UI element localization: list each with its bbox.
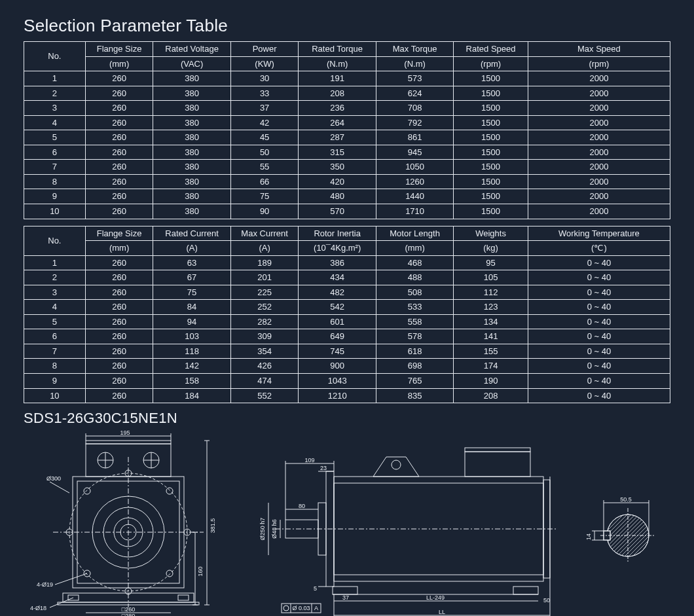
table1-cell: 1500 — [454, 101, 528, 116]
t2-u-c2: (A) — [153, 241, 230, 256]
table2-cell: 6 — [24, 329, 86, 344]
table1-cell: 30 — [230, 71, 299, 86]
t2-h-c7: Working Temperature — [528, 226, 670, 241]
table1-cell: 1260 — [376, 174, 453, 189]
table1-cell: 2 — [24, 86, 86, 101]
table-row: 726038055350105015002000 — [24, 160, 670, 175]
model-number: SDS1-26G30C15NE1N — [24, 410, 670, 427]
table1-cell: 260 — [85, 174, 153, 189]
table2-cell: 260 — [85, 270, 153, 285]
t2-u-c7: (℃) — [528, 241, 670, 256]
t1-u-c4: (N.m) — [299, 56, 376, 71]
table-row: 62601033096495781410 ~ 40 — [24, 329, 670, 344]
t1-h-c1: Flange Size — [85, 42, 153, 57]
table1-cell: 10 — [24, 204, 86, 219]
table1-cell: 624 — [376, 86, 453, 101]
table2-cell: 189 — [230, 255, 299, 270]
t1-u-c2: (VAC) — [153, 56, 230, 71]
table-row: 926038075480144015002000 — [24, 189, 670, 204]
table1-cell: 287 — [299, 130, 376, 145]
table1-cell: 75 — [230, 189, 299, 204]
table2-cell: 765 — [376, 374, 453, 389]
table1-cell: 260 — [85, 115, 153, 130]
svg-point-70 — [283, 606, 289, 611]
table2-cell: 112 — [454, 285, 528, 300]
dim-4-O18: 4-Ø18 — [30, 605, 46, 611]
table1-cell: 1500 — [454, 204, 528, 219]
table2-cell: 158 — [153, 374, 230, 389]
table1-cell: 380 — [153, 189, 230, 204]
dim-50: 50 — [543, 597, 550, 604]
table2-cell: 208 — [454, 388, 528, 403]
t1-h-c5: Max Torque — [376, 42, 453, 57]
dim-5: 5 — [314, 585, 317, 592]
table1-cell: 945 — [376, 145, 453, 160]
t2-h-c2: Rated Current — [153, 226, 230, 241]
svg-rect-53 — [465, 448, 530, 452]
table1-cell: 33 — [230, 86, 299, 101]
svg-point-8 — [166, 488, 173, 494]
table-row: 52603804528786115002000 — [24, 130, 670, 145]
t2-h-c4: Rotor Inertia — [299, 226, 376, 241]
drawing-side-view: 109 23 80 Ø250 h7 Ø48 h6 5 37 — [255, 431, 570, 616]
table2-cell: 533 — [376, 300, 453, 315]
svg-rect-55 — [333, 587, 357, 594]
table1-cell: 420 — [299, 174, 376, 189]
table-row: 32603803723670815002000 — [24, 101, 670, 116]
dim-50-5: 50.5 — [620, 496, 632, 503]
table-row: 82601424269006981740 ~ 40 — [24, 359, 670, 374]
table2-cell: 142 — [153, 359, 230, 374]
t2-u-c4: (10¯4Kg.m²) — [299, 241, 376, 256]
t1-u-c1: (mm) — [85, 56, 153, 71]
table1-cell: 1 — [24, 71, 86, 86]
table1-cell: 50 — [230, 145, 299, 160]
svg-point-10 — [166, 570, 173, 577]
dim-d250h7: Ø250 h7 — [259, 518, 266, 541]
table2-cell: 835 — [376, 388, 453, 403]
table2-cell: 95 — [454, 255, 528, 270]
table1-cell: 380 — [153, 130, 230, 145]
dim-160: 160 — [197, 567, 204, 577]
table2-cell: 260 — [85, 329, 153, 344]
dim-4-O19: 4-Ø19 — [37, 581, 53, 588]
table-row: 62603805031594515002000 — [24, 145, 670, 160]
dim-sq280: □280 — [122, 613, 135, 616]
dim-37: 37 — [342, 594, 349, 601]
dim-80: 80 — [299, 503, 305, 509]
svg-point-54 — [392, 460, 401, 469]
table-row: 1026018455212108352080 ~ 40 — [24, 388, 670, 403]
table2-cell: 225 — [230, 285, 299, 300]
table2-cell: 468 — [376, 255, 453, 270]
table1-cell: 380 — [153, 115, 230, 130]
table2-cell: 260 — [85, 314, 153, 329]
table1-cell: 1500 — [454, 189, 528, 204]
table1-cell: 1710 — [376, 204, 453, 219]
table1-cell: 260 — [85, 189, 153, 204]
table2-cell: 0 ~ 40 — [528, 329, 670, 344]
t1-u-c5: (N.m) — [376, 56, 453, 71]
table1-cell: 2000 — [528, 189, 670, 204]
table1-cell: 573 — [376, 71, 453, 86]
table2-cell: 745 — [299, 344, 376, 359]
table1-cell: 480 — [299, 189, 376, 204]
table1-cell: 264 — [299, 115, 376, 130]
table2-cell: 309 — [230, 329, 299, 344]
t2-h-c1: Flange Size — [85, 226, 153, 241]
table2-cell: 0 ~ 40 — [528, 270, 670, 285]
parameter-table-2: No. Flange Size Rated Current Max Curren… — [24, 226, 670, 404]
t2-u-c1: (mm) — [85, 241, 153, 256]
table1-cell: 570 — [299, 204, 376, 219]
table2-cell: 94 — [153, 314, 230, 329]
table-row: 4260842525425331230 ~ 40 — [24, 300, 670, 315]
table2-cell: 508 — [376, 285, 453, 300]
table-row: 926015847410437651900 ~ 40 — [24, 374, 670, 389]
table2-cell: 354 — [230, 344, 299, 359]
t1-h-c3: Power — [230, 42, 299, 57]
svg-rect-28 — [178, 595, 189, 600]
svg-rect-56 — [513, 587, 538, 594]
table1-cell: 1500 — [454, 130, 528, 145]
dim-gdt-datum: A — [314, 605, 318, 611]
table2-cell: 3 — [24, 285, 86, 300]
t1-h-c4: Rated Torque — [299, 42, 376, 57]
table1-cell: 2000 — [528, 145, 670, 160]
